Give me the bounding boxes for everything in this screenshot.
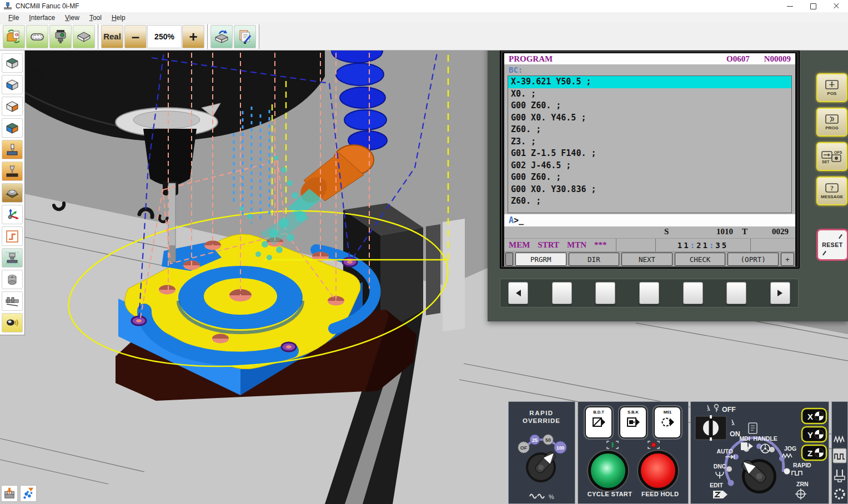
show-spindle-button[interactable] (2, 270, 23, 289)
sbk-button[interactable]: S.B.K (619, 406, 647, 439)
show-axes-button[interactable] (2, 205, 23, 224)
softkey-button-3[interactable] (639, 282, 659, 304)
softkey-button-1[interactable] (552, 282, 572, 304)
menu-interface[interactable]: Interface (24, 13, 60, 22)
reset-key[interactable]: RESET (816, 229, 848, 261)
m01-button[interactable]: M01 (654, 406, 681, 439)
softkey-check[interactable]: CHECK (675, 253, 726, 266)
ofs-set-icon: OFS SET (821, 149, 843, 164)
workpiece-icon[interactable] (73, 25, 95, 48)
app-icon (3, 2, 12, 11)
machine-head-icon[interactable] (49, 25, 72, 48)
close-icon[interactable] (825, 0, 848, 12)
gcode-line: Z3. ; (508, 136, 791, 148)
view-toolbar (0, 50, 25, 335)
svg-text:X: X (807, 412, 813, 421)
axis-y-button[interactable]: Y (802, 427, 826, 442)
softkey-dir[interactable]: DIR (569, 253, 620, 266)
vise-toggle-icon[interactable] (1, 485, 18, 502)
view-front-button[interactable] (2, 75, 23, 94)
view-side-button[interactable] (2, 97, 23, 116)
menu-view[interactable]: View (60, 13, 84, 22)
menu-help[interactable]: Help (107, 13, 131, 22)
fanuc-controller-panel: FANUC Series 0i-MF PROGRAM O0607 N00009 … (488, 23, 848, 321)
pos-key[interactable]: POS (816, 73, 847, 102)
sound-button[interactable] (2, 313, 23, 332)
gcode-line: Z60. ; (508, 124, 791, 136)
spindle-speed-value: 1010 (700, 227, 733, 236)
show-machine-button[interactable] (2, 248, 23, 268)
show-toolpath-button[interactable] (2, 226, 23, 246)
measure-button[interactable] (2, 291, 23, 311)
rapid-override-title2: OVERRIDE (523, 417, 560, 424)
mode-mdi-label: MDI (739, 435, 750, 442)
softkey-next[interactable]: NEXT (621, 253, 673, 266)
show-workpiece-button[interactable] (2, 183, 23, 203)
zoom-in-button[interactable]: + (182, 25, 204, 48)
rotate-part-icon[interactable] (210, 25, 233, 48)
view-iso-button[interactable] (2, 118, 23, 138)
softkey-right-arrow-button[interactable] (770, 282, 790, 304)
handle-icon (761, 444, 770, 453)
message-icon: ? (825, 183, 839, 193)
cycle-start-label: CYCLE START (588, 491, 633, 497)
key-switch[interactable]: OFF ON (695, 405, 740, 441)
softkey-plus[interactable]: + (781, 253, 794, 266)
block-delete-icon (591, 416, 606, 429)
gcode-line: G00 Z60. ; (508, 172, 791, 184)
cycle-start-button[interactable] (588, 451, 628, 491)
mode-jog-label: JOG (784, 445, 796, 452)
prog-key[interactable]: PROG (816, 108, 847, 137)
reset-slash-icon (839, 234, 842, 239)
softkey-button-5[interactable] (726, 282, 746, 304)
axis-z-button[interactable]: Z (802, 445, 826, 460)
svg-text:Z: Z (807, 448, 812, 458)
jog-feed-icon (834, 437, 844, 442)
coolant-toggle-icon[interactable] (20, 485, 37, 502)
rapid-override-knob[interactable] (526, 450, 557, 482)
clock: 11:21:35 (655, 239, 751, 251)
minimize-icon[interactable] (778, 0, 801, 12)
gcode-line: G00 X0. Y46.5 ; (508, 112, 791, 124)
feed-rapid-strip-section (831, 401, 848, 504)
crt-screen-bezel: PROGRAM O0607 N00009 BC: X-39.621 Y50.5 … (500, 50, 800, 269)
message-key[interactable]: ? MESSAGE (816, 177, 847, 205)
gcode-line: G00 X0. Y30.836 ; (508, 184, 791, 196)
softkey-oprt[interactable]: (OPRT) (727, 253, 779, 266)
pos-icon (825, 80, 839, 90)
mode-selector-knob[interactable] (740, 458, 776, 493)
zrn-icon (795, 488, 806, 500)
zoom-real-button[interactable]: Real (101, 25, 123, 48)
run-status: STRT (538, 240, 559, 250)
menu-tool[interactable]: Tool (84, 13, 107, 22)
open-gcode-icon[interactable]: G (3, 25, 25, 48)
softkey-button-4[interactable] (683, 282, 703, 304)
cycle-start-indicator (606, 441, 619, 449)
buffer-label: BC: (504, 64, 795, 75)
stock-icon[interactable] (26, 25, 48, 48)
gcode-line: G02 J-46.5 ; (508, 160, 791, 172)
spindle-tool-status: S 1010 T 0029 (504, 226, 795, 238)
zoom-out-button[interactable]: – (124, 25, 147, 48)
softkey-prgrm[interactable]: PRGRM (515, 253, 566, 266)
view-top-button[interactable] (2, 53, 23, 73)
softkey-left-arrow-button[interactable] (508, 282, 528, 304)
screen-title: PROGRAM (509, 54, 553, 64)
show-tool-button[interactable] (2, 140, 23, 159)
ofs-set-key[interactable]: OFS SET (816, 142, 847, 171)
edit-notes-icon[interactable] (234, 25, 256, 48)
feed-hold-button[interactable] (638, 451, 678, 491)
menu-file[interactable]: File (3, 13, 24, 22)
show-toolholder-button[interactable] (2, 162, 23, 181)
svg-text:SET: SET (822, 160, 830, 164)
edit-icon (713, 491, 727, 498)
restore-icon[interactable] (801, 0, 825, 12)
svg-text:50: 50 (545, 437, 551, 443)
toolbar: G (0, 23, 848, 51)
function-key-column: POS PROG OFS SET ? MESSAGE RESET (816, 73, 846, 261)
softkey-button-2[interactable] (595, 282, 615, 304)
mdi-arrow-icon (749, 443, 753, 450)
bdt-button[interactable]: B.D.T (585, 406, 613, 439)
mdi-input-line[interactable]: A >_ (504, 214, 795, 226)
axis-x-button[interactable]: X (802, 409, 826, 424)
